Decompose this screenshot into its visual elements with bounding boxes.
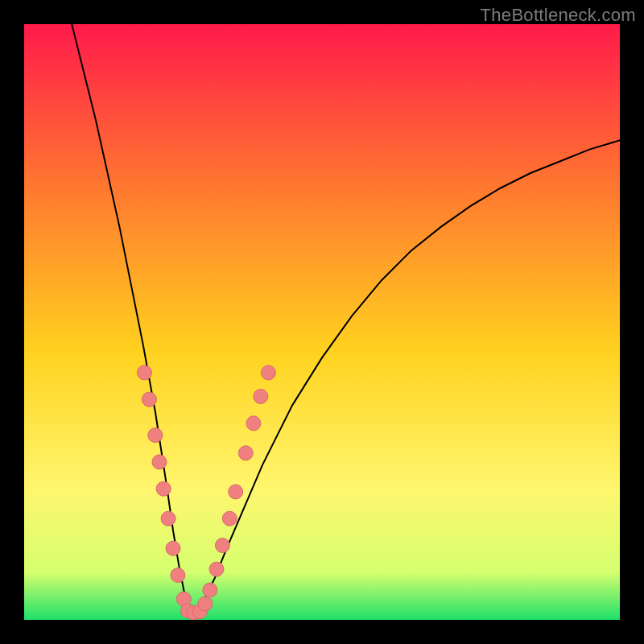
highlighted-dot [229,485,243,499]
watermark: TheBottleneck.com [481,5,636,26]
highlighted-dot [161,511,175,526]
highlighted-dot [222,511,237,526]
plot-frame [24,24,620,620]
highlighted-dot [142,392,156,407]
highlighted-dot [171,568,185,583]
highlighted-dot [137,365,151,380]
highlighted-dot [254,390,268,404]
highlighted-dot [215,539,229,553]
rainbow-background [24,24,620,620]
highlighted-dot [238,446,253,460]
highlighted-dot [152,455,167,469]
highlighted-dot [198,597,213,611]
highlighted-dot [209,562,224,576]
highlighted-dot [246,416,261,431]
highlighted-dot [261,365,275,380]
highlighted-dot [148,428,163,443]
highlighted-dot [203,583,217,597]
highlighted-dot [156,481,171,496]
highlighted-dot [166,541,180,555]
plot-svg [24,24,620,620]
chart-root: TheBottleneck.com [0,0,644,644]
